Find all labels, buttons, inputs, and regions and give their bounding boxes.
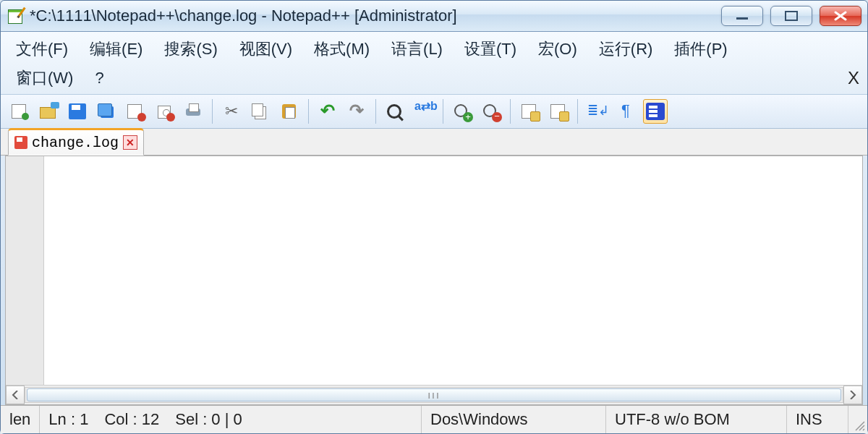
status-position: Ln : 1 Col : 12 Sel : 0 | 0 — [40, 406, 422, 433]
cut-icon[interactable]: ✂ — [220, 100, 243, 123]
function-list-icon — [646, 103, 665, 120]
cut-icon: ✂ — [222, 103, 241, 120]
replace-icon[interactable]: a⇄b — [412, 100, 435, 123]
sync-h-icon[interactable] — [547, 100, 570, 123]
toolbar-separator — [510, 99, 511, 124]
paste-icon[interactable] — [278, 100, 301, 123]
close-button[interactable] — [820, 6, 861, 26]
scroll-right-button[interactable] — [843, 386, 862, 404]
status-column: Col : 12 — [104, 410, 159, 429]
copy-icon — [251, 103, 270, 120]
redo-icon[interactable]: ↷ — [345, 100, 368, 123]
find-icon[interactable] — [383, 100, 407, 123]
status-eol: Dos\Windows — [422, 406, 606, 433]
toolbar-separator — [308, 99, 309, 124]
open-file-icon[interactable] — [37, 100, 60, 123]
toolbar-separator — [577, 99, 578, 124]
new-file-icon[interactable] — [8, 100, 31, 123]
tab-modified-icon — [14, 136, 27, 149]
menu-plugins[interactable]: 插件(P) — [663, 35, 738, 64]
window-title: *C:\1111\Notepad++\change.log - Notepad+… — [30, 7, 721, 25]
maximize-button[interactable] — [770, 6, 812, 26]
svg-rect-1 — [786, 12, 797, 20]
toolbar-separator — [212, 99, 213, 124]
status-selection: Sel : 0 | 0 — [175, 410, 242, 429]
word-wrap-icon[interactable]: ≣↲ — [585, 100, 608, 123]
document-tab[interactable]: change.log ✕ — [8, 128, 144, 156]
print-icon — [184, 103, 203, 120]
menu-row-2: 窗口(W) ? X — [5, 64, 863, 93]
show-symbols-icon: ¶ — [616, 103, 635, 120]
save-all-icon — [97, 103, 116, 120]
app-window: *C:\1111\Notepad++\change.log - Notepad+… — [0, 0, 868, 434]
toolbar-separator — [443, 99, 443, 124]
print-icon[interactable] — [182, 100, 205, 123]
resize-grip[interactable] — [848, 406, 867, 433]
status-bar: len Ln : 1 Col : 12 Sel : 0 | 0 Dos\Wind… — [1, 405, 867, 433]
save-icon[interactable] — [66, 100, 89, 123]
menu-settings[interactable]: 设置(T) — [454, 35, 527, 64]
tab-label: change.log — [32, 135, 119, 151]
save-all-icon[interactable] — [95, 100, 118, 123]
sync-v-icon[interactable] — [518, 100, 541, 123]
close-all-icon — [155, 103, 174, 120]
zoom-out-icon[interactable] — [480, 100, 503, 123]
sync-h-icon — [549, 103, 568, 120]
menu-edit[interactable]: 编辑(E) — [79, 35, 153, 64]
scroll-track[interactable]: ııı — [25, 387, 843, 403]
toolbar-separator — [375, 99, 376, 124]
line-number-gutter — [6, 156, 44, 385]
zoom-in-icon[interactable] — [451, 100, 474, 123]
status-length: len — [1, 406, 40, 433]
menu-search[interactable]: 搜索(S) — [153, 35, 228, 64]
status-encoding: UTF-8 w/o BOM — [606, 406, 787, 433]
menu-macro[interactable]: 宏(O) — [527, 35, 588, 64]
zoom-in-icon — [453, 103, 472, 120]
status-insert-mode: INS — [787, 406, 848, 433]
toolbar: ✂↶↷a⇄b≣↲¶ — [1, 95, 867, 129]
redo-icon: ↷ — [347, 103, 366, 120]
save-icon — [68, 103, 87, 120]
find-icon — [386, 103, 404, 120]
new-file-icon — [10, 103, 29, 120]
close-file-icon — [126, 103, 145, 120]
editor-frame: ııı — [5, 156, 863, 405]
menu-run[interactable]: 运行(R) — [588, 35, 664, 64]
open-file-icon — [39, 103, 58, 120]
menu-language[interactable]: 语言(L) — [380, 35, 454, 64]
mdi-close-button[interactable]: X — [844, 69, 863, 88]
tab-close-button[interactable]: ✕ — [123, 135, 137, 150]
status-line: Ln : 1 — [48, 410, 88, 429]
minimize-button[interactable] — [721, 6, 763, 26]
app-icon — [8, 8, 24, 24]
undo-icon: ↶ — [318, 103, 337, 120]
close-file-icon[interactable] — [124, 100, 147, 123]
function-list-icon[interactable] — [643, 99, 668, 124]
menu-bar: 文件(F) 编辑(E) 搜索(S) 视图(V) 格式(M) 语言(L) 设置(T… — [1, 32, 867, 95]
paste-icon — [280, 103, 299, 120]
zoom-out-icon — [482, 103, 501, 120]
window-controls — [721, 6, 861, 26]
undo-icon[interactable]: ↶ — [316, 100, 339, 123]
scroll-left-button[interactable] — [6, 386, 25, 404]
scroll-thumb[interactable]: ııı — [27, 388, 841, 401]
show-symbols-icon[interactable]: ¶ — [614, 100, 637, 123]
text-editor[interactable] — [44, 156, 862, 385]
close-all-icon[interactable] — [153, 100, 176, 123]
word-wrap-icon: ≣↲ — [587, 103, 606, 120]
horizontal-scrollbar[interactable]: ııı — [6, 385, 862, 404]
menu-window[interactable]: 窗口(W) — [5, 64, 84, 93]
menu-help[interactable]: ? — [84, 65, 114, 91]
copy-icon[interactable] — [249, 100, 272, 123]
menu-format[interactable]: 格式(M) — [303, 35, 380, 64]
replace-icon: a⇄b — [414, 103, 433, 120]
svg-rect-0 — [736, 17, 748, 20]
title-bar[interactable]: *C:\1111\Notepad++\change.log - Notepad+… — [1, 1, 867, 32]
tab-strip: change.log ✕ — [1, 129, 867, 156]
menu-row-1: 文件(F) 编辑(E) 搜索(S) 视图(V) 格式(M) 语言(L) 设置(T… — [5, 35, 863, 64]
menu-file[interactable]: 文件(F) — [5, 35, 79, 64]
editor-body — [6, 156, 862, 385]
menu-view[interactable]: 视图(V) — [229, 35, 303, 64]
sync-v-icon — [520, 103, 539, 120]
